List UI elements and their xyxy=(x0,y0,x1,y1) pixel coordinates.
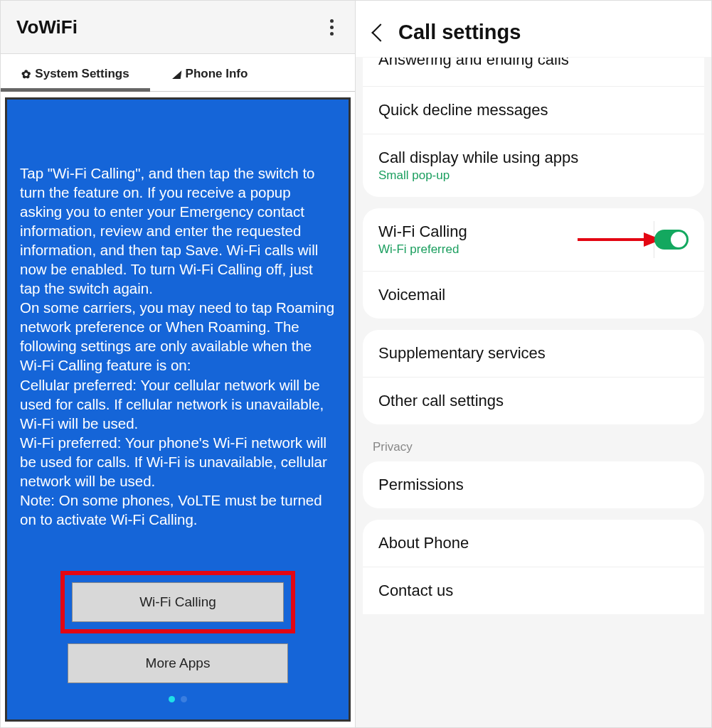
setting-about-phone[interactable]: About Phone xyxy=(363,520,704,567)
setting-other-call[interactable]: Other call settings xyxy=(363,377,704,424)
right-header: Call settings xyxy=(356,1,711,58)
setting-voicemail[interactable]: Voicemail xyxy=(363,271,704,318)
setting-quick-decline[interactable]: Quick decline messages xyxy=(363,86,704,134)
wifi-calling-toggle[interactable] xyxy=(654,230,689,250)
setting-label: About Phone xyxy=(378,534,469,552)
arrow-annotation xyxy=(576,230,661,249)
settings-group: Answering and ending calls Quick decline… xyxy=(363,58,704,197)
instructions-text: Tap "Wi-Fi Calling", and then tap the sw… xyxy=(20,164,336,529)
setting-contact-us[interactable]: Contact us xyxy=(363,567,704,614)
setting-sublabel: Wi-Fi preferred xyxy=(378,242,467,257)
setting-permissions[interactable]: Permissions xyxy=(363,461,704,508)
instructions-card[interactable]: Tap "Wi-Fi Calling", and then tap the sw… xyxy=(5,97,351,722)
setting-label: Wi-Fi Calling xyxy=(378,223,467,241)
button-label: More Apps xyxy=(146,655,211,671)
gear-icon: ✿ xyxy=(21,68,31,81)
settings-group: Wi-Fi Calling Wi-Fi preferred Voicemail xyxy=(363,208,704,318)
setting-label: Permissions xyxy=(378,476,464,494)
back-icon[interactable] xyxy=(371,23,389,41)
page-indicator xyxy=(169,696,187,702)
setting-wifi-calling[interactable]: Wi-Fi Calling Wi-Fi preferred xyxy=(363,208,704,271)
left-header: VoWiFi xyxy=(1,1,355,54)
setting-answering-ending[interactable]: Answering and ending calls xyxy=(363,58,704,82)
vowifi-app-pane: VoWiFi ✿ System Settings ◢ Phone Info Ta… xyxy=(1,1,356,727)
setting-label: Contact us xyxy=(378,582,453,600)
section-header-privacy: Privacy xyxy=(363,436,704,461)
tab-phone-info[interactable]: ◢ Phone Info xyxy=(150,54,271,91)
wifi-calling-button[interactable]: Wi-Fi Calling xyxy=(72,582,284,622)
setting-supplementary[interactable]: Supplementary services xyxy=(363,330,704,377)
setting-label: Call display while using apps xyxy=(378,149,578,167)
signal-icon: ◢ xyxy=(172,68,181,80)
setting-label: Quick decline messages xyxy=(378,101,548,119)
setting-label: Other call settings xyxy=(378,392,504,410)
more-apps-button[interactable]: More Apps xyxy=(68,643,288,683)
settings-group: Supplementary services Other call settin… xyxy=(363,330,704,424)
settings-group: Permissions xyxy=(363,461,704,508)
setting-sublabel: Small pop-up xyxy=(378,168,578,183)
app-title: VoWiFi xyxy=(16,16,78,38)
setting-label: Supplementary services xyxy=(378,344,546,363)
setting-call-display[interactable]: Call display while using apps Small pop-… xyxy=(363,134,704,197)
tab-label: System Settings xyxy=(35,67,129,81)
page-title: Call settings xyxy=(398,21,521,44)
tab-system-settings[interactable]: ✿ System Settings xyxy=(1,54,150,91)
more-options-icon[interactable] xyxy=(330,19,339,36)
highlight-annotation: Wi-Fi Calling xyxy=(60,571,295,633)
content-area: Tap "Wi-Fi Calling", and then tap the sw… xyxy=(1,92,355,727)
button-label: Wi-Fi Calling xyxy=(139,594,216,610)
settings-list[interactable]: Answering and ending calls Quick decline… xyxy=(356,58,711,727)
setting-label: Voicemail xyxy=(378,286,445,304)
call-settings-pane: Call settings Answering and ending calls… xyxy=(356,1,711,727)
tab-label: Phone Info xyxy=(186,67,248,81)
button-group: Wi-Fi Calling More Apps xyxy=(20,571,336,708)
tab-bar: ✿ System Settings ◢ Phone Info xyxy=(1,54,355,92)
settings-group: About Phone Contact us xyxy=(363,520,704,614)
